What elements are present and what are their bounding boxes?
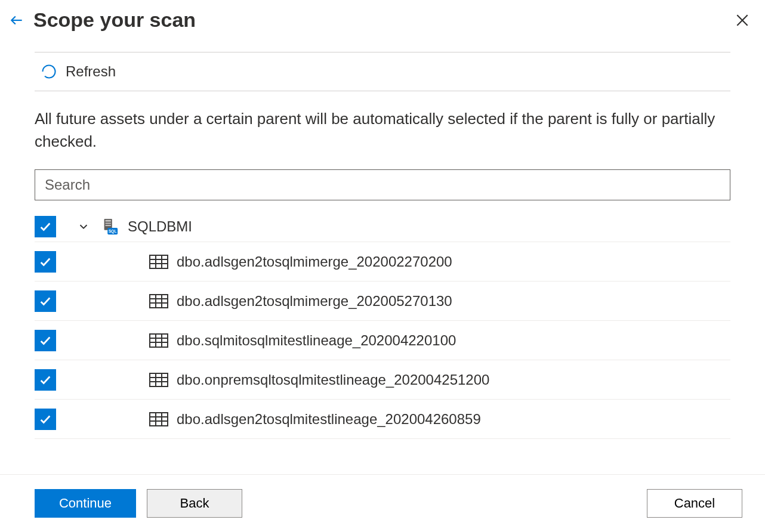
svg-rect-29 (150, 413, 168, 426)
tree-child-label: dbo.adlsgen2tosqlmimerge_202005270130 (177, 293, 452, 310)
refresh-button[interactable]: Refresh (41, 63, 116, 80)
tree-root-row[interactable]: SQL SQLDBMI (35, 211, 730, 242)
svg-rect-6 (106, 225, 111, 226)
tree-child-row[interactable]: dbo.onpremsqltosqlmitestlineage_20200425… (35, 360, 730, 400)
table-icon (149, 293, 168, 309)
table-icon (149, 254, 168, 270)
description-text: All future assets under a certain parent… (35, 108, 730, 153)
refresh-icon (41, 63, 57, 80)
asset-tree: SQL SQLDBMI dbo.adlsgen2tosqlmimerge_202… (35, 211, 730, 439)
svg-rect-14 (150, 295, 168, 308)
svg-rect-24 (150, 373, 168, 386)
table-icon (149, 372, 168, 388)
search-input[interactable] (45, 177, 720, 193)
table-icon (149, 333, 168, 348)
checkbox[interactable] (35, 409, 56, 430)
refresh-label: Refresh (66, 63, 116, 80)
tree-child-label: dbo.onpremsqltosqlmitestlineage_20200425… (177, 372, 489, 388)
continue-button[interactable]: Continue (35, 489, 136, 518)
tree-child-label: dbo.sqlmitosqlmitestlineage_202004220100 (177, 332, 456, 349)
tree-child-row[interactable]: dbo.adlsgen2tosqlmimerge_202005270130 (35, 282, 730, 321)
tree-child-label: dbo.adlsgen2tosqlmimerge_202002270200 (177, 253, 452, 270)
back-button[interactable]: Back (147, 489, 242, 518)
checkbox[interactable] (35, 251, 56, 273)
tree-child-row[interactable]: dbo.adlsgen2tosqlmitestlineage_202004260… (35, 400, 730, 439)
svg-rect-9 (150, 255, 168, 268)
search-box[interactable] (35, 169, 730, 200)
close-button[interactable] (732, 10, 753, 31)
tree-child-row[interactable]: dbo.adlsgen2tosqlmimerge_202002270200 (35, 242, 730, 282)
table-icon (149, 412, 168, 427)
svg-rect-5 (106, 222, 111, 224)
checkbox[interactable] (35, 290, 56, 312)
cancel-button[interactable]: Cancel (647, 489, 742, 518)
tree-root-label: SQLDBMI (128, 218, 192, 235)
tree-child-label: dbo.adlsgen2tosqlmitestlineage_202004260… (177, 411, 481, 428)
svg-rect-19 (150, 334, 168, 347)
svg-rect-4 (106, 220, 111, 222)
page-title: Scope your scan (33, 8, 732, 32)
tree-child-row[interactable]: dbo.sqlmitosqlmitestlineage_202004220100 (35, 321, 730, 360)
back-arrow-icon[interactable] (8, 12, 25, 29)
checkbox[interactable] (35, 330, 56, 351)
svg-text:SQL: SQL (109, 229, 116, 234)
checkbox[interactable] (35, 369, 56, 391)
sql-server-icon: SQL (100, 217, 119, 236)
checkbox[interactable] (35, 216, 56, 237)
chevron-down-icon[interactable] (72, 220, 95, 233)
